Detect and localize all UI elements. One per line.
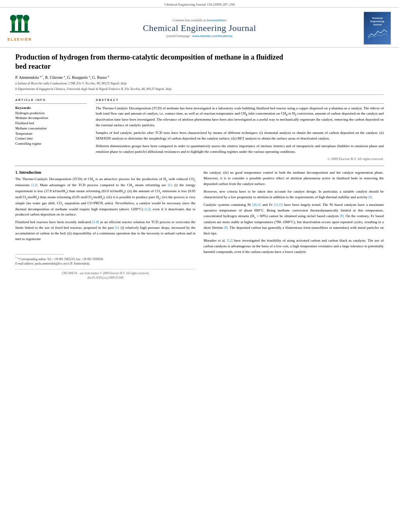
ref-9c[interactable]: [9] [224, 226, 228, 230]
ref-3-8[interactable]: [3–8] [93, 220, 99, 224]
intro-para-1: The Thermo-Catalytic Decomposition (TCD)… [15, 177, 195, 218]
homepage-line: journal homepage: www.elsevier.com/locat… [39, 34, 360, 38]
body-left-col: 1. Introduction The Thermo-Catalytic Dec… [15, 170, 195, 280]
footnote-divider [15, 254, 64, 255]
keywords-title: Keywords: [15, 106, 87, 110]
article-info-col: ARTICLE INFO Keywords: Hydrogen producti… [15, 98, 87, 162]
abstract-para-2: Samples of bed catalytic particles after… [96, 130, 384, 141]
footnote-corresponding: * * Corresponding author. Tel.: +39 081 … [15, 256, 195, 261]
abstract-divider [96, 103, 384, 104]
ref-1-2d[interactable]: [1,2] [227, 239, 232, 242]
body-two-col: 1. Introduction The Thermo-Catalytic Dec… [15, 170, 384, 280]
keyword-3: Fluidized bed [15, 121, 87, 126]
right-para-4: Muradov et al. [1,2] have investigated t… [204, 238, 384, 255]
svg-point-9 [24, 21, 28, 24]
abstract-para-1: The Thermo-Catalytic Decomposition (TCD)… [96, 106, 384, 128]
svg-point-8 [18, 19, 22, 22]
elsevier-logo: ELSEVIER [4, 15, 35, 41]
affiliation-a: a Istituto di Ricerche sulla Combustione… [15, 81, 384, 86]
page: Chemical Engineering Journal 154 (2009) … [0, 0, 399, 532]
right-para-1: the catalyst; (iii) no good temperature … [204, 170, 384, 187]
affiliation-b: b Dipartimento di Ingegneria Chimica, Un… [15, 87, 384, 91]
cover-chart-icon [367, 28, 387, 39]
keyword-4: Methane concentration [15, 126, 87, 131]
ref-12-13[interactable]: [12,13] [274, 203, 283, 207]
journal-title: Chemical Engineering Journal [39, 23, 360, 33]
article-info-label: ARTICLE INFO [15, 98, 87, 102]
ref-9b[interactable]: [9] [340, 214, 343, 218]
abstract-col: ABSTRACT The Thermo-Catalytic Decomposit… [96, 98, 384, 162]
top-citation-bar: Chemical Engineering Journal 154 (2009) … [0, 0, 399, 8]
ref-9[interactable]: [9] [368, 195, 372, 199]
article-info-abstract-cols: ARTICLE INFO Keywords: Hydrogen producti… [15, 98, 384, 162]
keyword-1: Hydrogen production [15, 111, 87, 116]
ref-1[interactable]: [1] [168, 183, 171, 187]
intro-heading-text: 1. Introduction [15, 170, 41, 175]
ref-10-11[interactable]: [10,11] [252, 203, 261, 207]
abstract-label: ABSTRACT [96, 98, 384, 102]
footer-doi: doi:10.1016/j.cej.2009.03.048 [15, 275, 195, 280]
divider-1 [15, 94, 384, 95]
ref-1c[interactable]: [1] [115, 226, 119, 230]
right-para-2: However, new criteria have to be taken i… [204, 189, 384, 200]
journal-center: Contents lists available at ScienceDirec… [39, 18, 360, 38]
cover-title-text: ChemicalEngineeringJournal [370, 17, 385, 26]
sciencedirect-line: Contents lists available at ScienceDirec… [39, 18, 360, 22]
body-right-col: the catalyst; (iii) no good temperature … [204, 170, 384, 280]
authors-text: P. Ammendola a,*, R. Chirone a, G. Ruopp… [15, 75, 109, 80]
keywords-list: Hydrogen production Methane decompositio… [15, 111, 87, 146]
info-divider [15, 103, 87, 104]
elsevier-brand-text: ELSEVIER [8, 37, 32, 41]
ref-1-2[interactable]: [1,2] [31, 183, 37, 187]
abstract-text: The Thermo-Catalytic Decomposition (TCD)… [96, 106, 384, 155]
svg-rect-6 [10, 31, 29, 33]
article-body: Production of hydrogen from thermo-catal… [0, 48, 399, 287]
keyword-6: Contact time [15, 136, 87, 141]
journal-header: ELSEVIER Contents lists available at Sci… [0, 9, 399, 48]
abstract-para-3: Different dimensionless groups have been… [96, 144, 384, 154]
authors-line: P. Ammendola a,*, R. Chirone a, G. Ruopp… [15, 75, 384, 80]
ref-1-2b[interactable]: [1,2] [144, 207, 150, 211]
footnote-email: E-mail address: paola.ammendola@irc.cnr.… [15, 261, 195, 266]
intro-para-2: Fluidized bed reactors have been recentl… [15, 220, 195, 242]
keyword-7: Controlling regime [15, 141, 87, 146]
citation-text: Chemical Engineering Journal 154 (2009) … [165, 2, 235, 6]
footer-bar: 1385-8947/$ – see front matter © 2009 El… [15, 269, 195, 280]
main-divider [15, 166, 384, 166]
keyword-5: Temperature [15, 131, 87, 136]
svg-point-5 [23, 15, 29, 21]
elsevier-tree-icon [8, 15, 31, 37]
right-para-3: Catalytic systems containing Ni [10,11] … [204, 202, 384, 236]
article-title: Production of hydrogen from thermo-catal… [15, 53, 289, 71]
footnotes-area: * * Corresponding author. Tel.: +39 081 … [15, 254, 195, 266]
copyright-text: © 2009 Elsevier B.V. All rights reserved… [96, 157, 384, 161]
footer-issn: 1385-8947/$ – see front matter © 2009 El… [15, 271, 195, 275]
homepage-link[interactable]: www.elsevier.com/locate/cej [192, 34, 232, 38]
intro-heading: 1. Introduction [15, 170, 195, 175]
svg-point-7 [11, 21, 15, 24]
svg-point-3 [10, 15, 16, 21]
keyword-2: Methane decomposition [15, 115, 87, 121]
journal-cover-image: ChemicalEngineeringJournal [364, 12, 392, 45]
sciencedirect-link[interactable]: ScienceDirect [206, 18, 226, 22]
